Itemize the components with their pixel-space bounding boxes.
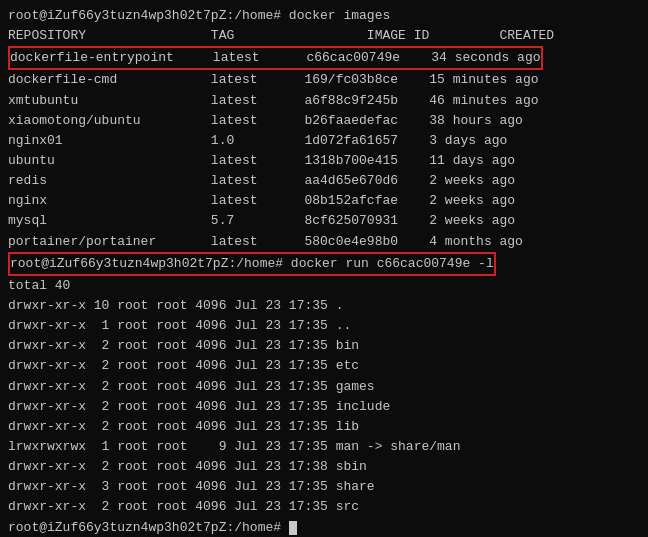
terminal: root@iZuf66y3tuzn4wp3h02t7pZ:/home# dock…: [8, 6, 640, 537]
terminal-output: root@iZuf66y3tuzn4wp3h02t7pZ:/home# dock…: [8, 6, 640, 537]
cursor: [289, 521, 297, 535]
